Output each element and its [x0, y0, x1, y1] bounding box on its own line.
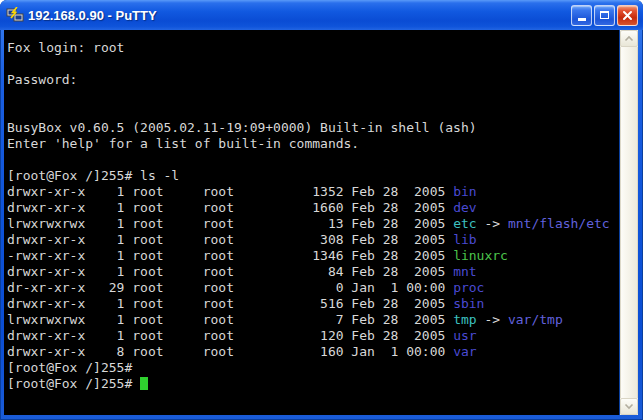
close-icon: [622, 10, 633, 21]
maximize-icon: [600, 11, 609, 19]
terminal-line: [root@Fox /]255#: [7, 360, 619, 376]
file-meta: drwxr-xr-x 1 root root 1352 Feb 28 2005: [7, 184, 453, 199]
minimize-icon: [578, 18, 586, 21]
directory-name: lib: [453, 232, 476, 247]
file-meta: -rwxr-xr-x 1 root root 1346 Feb 28 2005: [7, 248, 453, 263]
directory-name: var: [453, 344, 476, 359]
terminal-line: lrwxrwxrwx 1 root root 13 Feb 28 2005 et…: [7, 216, 619, 232]
scrollbar-thumb[interactable]: [620, 47, 638, 398]
file-meta: drwxr-xr-x 1 root root 120 Feb 28 2005: [7, 328, 453, 343]
terminal-line: [7, 88, 619, 104]
scroll-up-button[interactable]: [620, 30, 638, 47]
shell-prompt: [root@Fox /]255#: [7, 360, 132, 375]
terminal-line: [7, 56, 619, 72]
maximize-button[interactable]: [594, 5, 615, 26]
busybox-help-hint: Enter 'help' for a list of built-in comm…: [7, 136, 359, 151]
directory-name: mnt: [453, 264, 476, 279]
terminal-line: BusyBox v0.60.5 (2005.02.11-19:09+0000) …: [7, 120, 619, 136]
terminal-line: drwxr-xr-x 1 root root 120 Feb 28 2005 u…: [7, 328, 619, 344]
putty-icon: [6, 7, 24, 23]
directory-name: proc: [453, 280, 484, 295]
terminal-line: Fox login: root: [7, 40, 619, 56]
scrollbar[interactable]: [619, 30, 638, 415]
directory-name: sbin: [453, 296, 484, 311]
directory-name: dev: [453, 200, 476, 215]
chevron-up-icon: [624, 35, 634, 42]
symlink-arrow: ->: [477, 216, 508, 231]
minimize-button[interactable]: [571, 5, 592, 26]
shell-prompt-command: [root@Fox /]255# ls -l: [7, 168, 179, 183]
file-meta: drwxr-xr-x 8 root root 160 Jan 1 00:00: [7, 344, 453, 359]
terminal-cursor: [140, 377, 148, 390]
file-meta: drwxr-xr-x 1 root root 1660 Feb 28 2005: [7, 200, 453, 215]
window-controls: [571, 5, 638, 26]
terminal-line: -rwxr-xr-x 1 root root 1346 Feb 28 2005 …: [7, 248, 619, 264]
terminal-line: drwxr-xr-x 1 root root 84 Feb 28 2005 mn…: [7, 264, 619, 280]
client-area: Fox login: rootPassword:BusyBox v0.60.5 …: [4, 30, 638, 415]
terminal-line: drwxr-xr-x 1 root root 1352 Feb 28 2005 …: [7, 184, 619, 200]
terminal-line: lrwxrwxrwx 1 root root 7 Feb 28 2005 tmp…: [7, 312, 619, 328]
terminal-line: drwxr-xr-x 1 root root 516 Feb 28 2005 s…: [7, 296, 619, 312]
titlebar[interactable]: 192.168.0.90 - PuTTY: [0, 0, 643, 30]
busybox-banner: BusyBox v0.60.5 (2005.02.11-19:09+0000) …: [7, 120, 477, 135]
executable-name: linuxrc: [453, 248, 508, 263]
window-title: 192.168.0.90 - PuTTY: [28, 8, 571, 23]
terminal-output[interactable]: Fox login: rootPassword:BusyBox v0.60.5 …: [4, 30, 619, 415]
symlink-target: mnt/flash/etc: [508, 216, 610, 231]
terminal-line: Password:: [7, 72, 619, 88]
terminal-line: [root@Fox /]255#: [7, 376, 619, 392]
symlink-arrow: ->: [477, 312, 508, 327]
symlink-name: tmp: [453, 312, 476, 327]
terminal-line: drwxr-xr-x 8 root root 160 Jan 1 00:00 v…: [7, 344, 619, 360]
terminal-line: [7, 104, 619, 120]
terminal-line: [7, 152, 619, 168]
terminal-line: drwxr-xr-x 1 root root 308 Feb 28 2005 l…: [7, 232, 619, 248]
chevron-down-icon: [624, 403, 634, 410]
file-meta: dr-xr-xr-x 29 root root 0 Jan 1 00:00: [7, 280, 453, 295]
file-meta: drwxr-xr-x 1 root root 308 Feb 28 2005: [7, 232, 453, 247]
password-prompt: Password:: [7, 72, 77, 87]
close-button[interactable]: [617, 5, 638, 26]
terminal-line: dr-xr-xr-x 29 root root 0 Jan 1 00:00 pr…: [7, 280, 619, 296]
file-meta: drwxr-xr-x 1 root root 516 Feb 28 2005: [7, 296, 453, 311]
scroll-down-button[interactable]: [620, 398, 638, 415]
putty-window: 192.168.0.90 - PuTTY Fox login: rootPass…: [0, 0, 643, 420]
login-prompt: Fox login: root: [7, 40, 124, 55]
file-meta: lrwxrwxrwx 1 root root 13 Feb 28 2005: [7, 216, 453, 231]
directory-name: bin: [453, 184, 476, 199]
terminal-line: Enter 'help' for a list of built-in comm…: [7, 136, 619, 152]
file-meta: lrwxrwxrwx 1 root root 7 Feb 28 2005: [7, 312, 453, 327]
terminal-line: [root@Fox /]255# ls -l: [7, 168, 619, 184]
shell-prompt: [root@Fox /]255#: [7, 376, 140, 391]
symlink-name: etc: [453, 216, 476, 231]
directory-name: usr: [453, 328, 476, 343]
symlink-target: var/tmp: [508, 312, 563, 327]
file-meta: drwxr-xr-x 1 root root 84 Feb 28 2005: [7, 264, 453, 279]
terminal-line: drwxr-xr-x 1 root root 1660 Feb 28 2005 …: [7, 200, 619, 216]
